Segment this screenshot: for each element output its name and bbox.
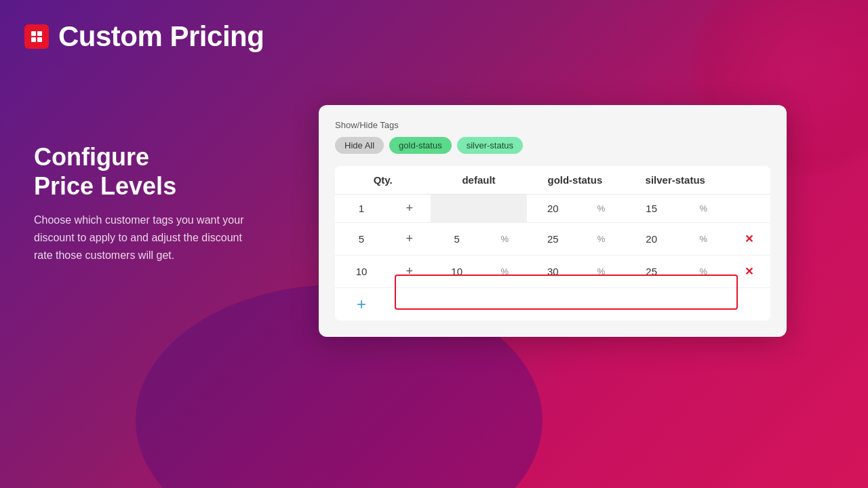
- left-description: Choose which customer tags you want your…: [34, 211, 251, 264]
- add-row-cell: +: [335, 288, 388, 321]
- delete-cell-2: ✕: [727, 223, 770, 256]
- table-row: 1 + 20 % 15 %: [335, 195, 770, 223]
- col-header-qty: Qty.: [335, 166, 431, 195]
- silver-status-tag[interactable]: silver-status: [457, 137, 523, 154]
- gold-pct-2: %: [579, 223, 623, 256]
- qty-value-1: 1: [335, 195, 388, 223]
- silver-pct-2: %: [679, 223, 727, 256]
- default-pct-3: %: [483, 256, 527, 288]
- gold-pct-1: %: [579, 195, 623, 223]
- gold-status-tag[interactable]: gold-status: [389, 137, 452, 154]
- header: Custom Pricing: [24, 20, 264, 53]
- silver-val-2: 20: [623, 223, 679, 256]
- qty-value-2: 5: [335, 223, 388, 256]
- show-hide-label: Show/Hide Tags: [335, 120, 770, 130]
- app-icon-svg: [30, 30, 43, 43]
- svg-rect-3: [37, 37, 42, 42]
- silver-pct-1: %: [679, 195, 727, 223]
- delete-cell-3: ✕: [727, 256, 770, 288]
- col-header-actions: [727, 166, 770, 195]
- table-row: 10 + 10 % 30 % 25 % ✕: [335, 256, 770, 288]
- silver-val-1: 15: [623, 195, 679, 223]
- table-wrapper: Qty. default gold-status silver-status 1…: [335, 166, 770, 321]
- default-cell-1: [431, 195, 526, 223]
- add-row-spacer: [388, 288, 770, 321]
- qty-value-3: 10: [335, 256, 388, 288]
- gold-pct-3: %: [579, 256, 623, 288]
- col-header-gold: gold-status: [527, 166, 624, 195]
- pricing-panel: Show/Hide Tags Hide All gold-status silv…: [319, 105, 787, 337]
- svg-rect-0: [31, 31, 36, 36]
- col-header-silver: silver-status: [623, 166, 727, 195]
- left-content: Configure Price Levels Choose which cust…: [34, 142, 251, 264]
- gold-val-3: 30: [527, 256, 579, 288]
- add-row-button[interactable]: +: [357, 295, 366, 314]
- col-header-default: default: [431, 166, 526, 195]
- page-title: Custom Pricing: [58, 20, 264, 53]
- delete-row-3-button[interactable]: ✕: [739, 262, 759, 281]
- pricing-table: Qty. default gold-status silver-status 1…: [335, 166, 770, 321]
- delete-cell-1: [727, 195, 770, 223]
- silver-pct-3: %: [679, 256, 727, 288]
- delete-row-2-button[interactable]: ✕: [739, 230, 759, 248]
- tags-row: Hide All gold-status silver-status: [335, 137, 770, 154]
- svg-rect-1: [37, 31, 42, 36]
- gold-val-1: 20: [527, 195, 579, 223]
- table-header-row: Qty. default gold-status silver-status: [335, 166, 770, 195]
- app-icon: [24, 24, 49, 49]
- qty-plus-3[interactable]: +: [388, 256, 431, 288]
- svg-rect-2: [31, 37, 36, 42]
- default-pct-2: %: [483, 223, 527, 256]
- silver-val-3: 25: [623, 256, 679, 288]
- qty-plus-1[interactable]: +: [388, 195, 431, 223]
- qty-plus-2[interactable]: +: [388, 223, 431, 256]
- add-row: +: [335, 288, 770, 321]
- left-heading: Configure Price Levels: [34, 142, 251, 201]
- default-val-2: 5: [431, 223, 483, 256]
- gold-val-2: 25: [527, 223, 579, 256]
- table-row: 5 + 5 % 25 % 20 % ✕: [335, 223, 770, 256]
- default-val-3: 10: [431, 256, 483, 288]
- hide-all-button[interactable]: Hide All: [335, 137, 384, 154]
